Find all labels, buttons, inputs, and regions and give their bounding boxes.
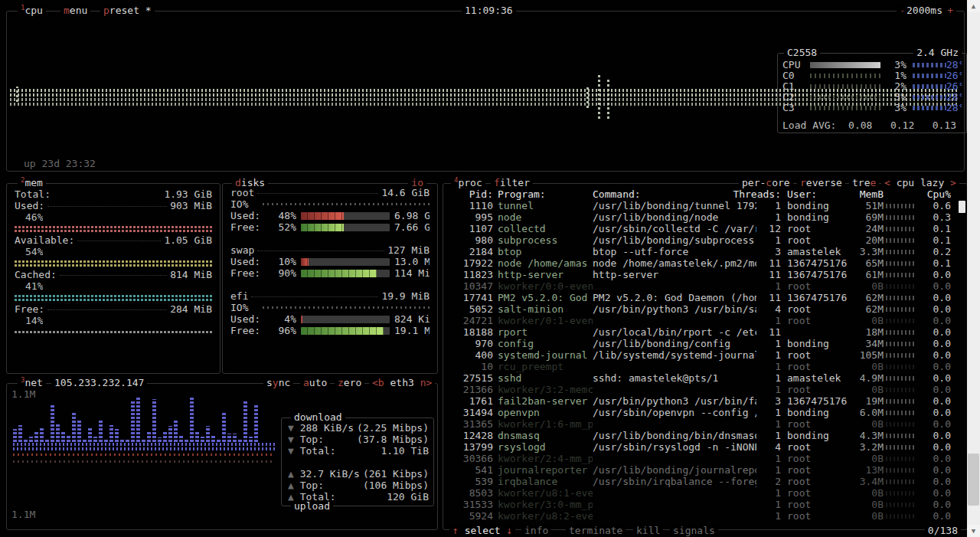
proc-row[interactable]: 1110tunnel/usr/lib/bonding/tunnel 17921b… bbox=[449, 200, 962, 211]
proc-row[interactable]: 1761fail2ban-server/usr/bin/python3 /usr… bbox=[449, 395, 962, 407]
mem-box-title[interactable]: 2mem bbox=[18, 177, 46, 188]
disk-usage-row: Free:96%19.1 MiB bbox=[230, 325, 430, 336]
proc-table[interactable]: 1110tunnel/usr/lib/bonding/tunnel 17921b… bbox=[449, 200, 962, 522]
mem-entry: Free:284 MiB bbox=[15, 303, 212, 315]
net-box: 3net 105.233.232.147 sync auto zero <b e… bbox=[6, 383, 438, 530]
disk-section-title: efi19.9 MiB bbox=[230, 290, 430, 302]
proc-footer-kill-button[interactable]: kill bbox=[633, 525, 663, 536]
proc-percore-button[interactable]: per-core bbox=[739, 177, 793, 188]
proc-row[interactable]: 24721kworker/0:1-even1root0B0.0 bbox=[449, 315, 962, 326]
uptime: up 23d 23:32 bbox=[24, 158, 96, 169]
proc-row[interactable]: 17741PM2 v5.2.0: GodPM2 v5.2.0: God Daem… bbox=[449, 292, 962, 303]
net-sync-button[interactable]: sync bbox=[263, 377, 293, 388]
proc-row[interactable]: 8503kworker/u8:1-eve1root0B0.0 bbox=[449, 487, 962, 499]
scrollbar-down-arrow-icon[interactable]: ▼ bbox=[967, 525, 980, 537]
proc-row[interactable]: 10347kworker/0:0-even1root0B0.0 bbox=[449, 280, 962, 292]
download-arrow-icon: ▼ bbox=[288, 422, 294, 434]
proc-row[interactable]: 541journalreporter/usr/lib/bonding/journ… bbox=[449, 464, 962, 476]
cpu-model: C2558 bbox=[784, 47, 820, 58]
proc-row[interactable]: 5052salt-minion/usr/bin/python3 /usr/bin… bbox=[449, 303, 962, 315]
proc-filter-button[interactable]: filter bbox=[491, 177, 533, 188]
disk-io-row: IO% bbox=[230, 302, 430, 313]
mem-entry-meter bbox=[15, 260, 212, 267]
window-scrollbar[interactable]: ▲ ▼ bbox=[967, 0, 980, 537]
net-ip-address: 105.233.232.147 bbox=[51, 377, 147, 388]
proc-row[interactable]: 11823http-serverhttp-server1113674751766… bbox=[449, 269, 962, 280]
proc-row[interactable]: 27515sshdsshd: amastelek@pts/11amastelek… bbox=[449, 372, 962, 384]
proc-row[interactable]: 12428dnsmasq/usr/lib/bonding/bin/dnsmasq… bbox=[449, 430, 962, 441]
proc-row[interactable]: 21366kworker/3:2-memc1root0B0.0 bbox=[449, 384, 962, 395]
proc-row[interactable]: 30366kworker/2:4-mm_p1root0B0.0 bbox=[449, 453, 962, 464]
disk-usage-row: Used:10%13.0 MiB bbox=[230, 256, 430, 267]
cpu-core-row: C25%28°C bbox=[782, 92, 962, 103]
mem-entry-meter bbox=[15, 329, 212, 333]
proc-row[interactable]: 980subprocess/usr/lib/bonding/subprocess… bbox=[449, 234, 962, 246]
upload-arrow-icon: ▲ bbox=[288, 491, 294, 503]
proc-tree-button[interactable]: tree bbox=[849, 177, 879, 188]
proc-row[interactable]: 970config/usr/lib/bonding/config1bonding… bbox=[449, 338, 962, 349]
disks-box: disks io root14.6 GiBIO%Used:48%6.98 GiB… bbox=[222, 183, 438, 374]
proc-sort-selector[interactable]: < cpu lazy > bbox=[881, 177, 959, 188]
cpu-frequency: 2.4 GHz bbox=[913, 47, 962, 58]
proc-footer-info-button[interactable]: info bbox=[521, 525, 551, 536]
net-upload-graph-baseline bbox=[13, 460, 273, 463]
proc-footer-signals-button[interactable]: signals bbox=[670, 525, 718, 536]
proc-row[interactable]: 5924kworker/u8:2-eve1root0B0.0 bbox=[449, 510, 962, 522]
cpu-core-rows: CPU3%28°CC01%26°CC12%26°CC25%28°CC33%28°… bbox=[782, 60, 962, 113]
proc-row[interactable]: 2184btopbtop --utf-force3amastelek3.3M0.… bbox=[449, 246, 962, 257]
preset-button[interactable]: preset * bbox=[100, 5, 155, 16]
mem-entry-percent: 41% bbox=[15, 280, 212, 292]
proc-box-title[interactable]: 4proc bbox=[451, 177, 485, 188]
upload-arrow-icon: ▲ bbox=[288, 468, 294, 480]
disk-io-row: IO% bbox=[230, 198, 430, 210]
proc-row[interactable]: 539irqbalance/usr/sbin/irqbalance --fore… bbox=[449, 476, 962, 487]
menu-button[interactable]: menu bbox=[60, 5, 90, 16]
disk-section-title: root14.6 GiB bbox=[230, 187, 430, 198]
mem-entry: Available:1.05 GiB bbox=[15, 234, 212, 246]
down-arrow-icon: ↓ bbox=[506, 525, 512, 536]
mem-entry-meter bbox=[15, 226, 212, 232]
proc-row[interactable]: 13799rsyslogd/usr/sbin/rsyslogd -n -iNON… bbox=[449, 441, 962, 453]
scrollbar-thumb[interactable] bbox=[968, 454, 979, 506]
proc-reverse-button[interactable]: reverse bbox=[797, 177, 845, 188]
net-interface-selector[interactable]: <b eth3 n> bbox=[369, 377, 435, 388]
net-zero-button[interactable]: zero bbox=[335, 377, 364, 388]
mem-entry: Used:903 MiB bbox=[15, 200, 212, 211]
proc-row[interactable]: 18188rport/usr/local/bin/rport -c /etc/1… bbox=[449, 326, 962, 338]
mem-entry: Cached:814 MiB bbox=[15, 269, 212, 280]
proc-row[interactable]: 400systemd-journal/lib/systemd/systemd-j… bbox=[449, 349, 962, 361]
cpu-core-row: C12%26°C bbox=[782, 81, 962, 92]
proc-row[interactable]: 995node/usr/lib/bonding/node1bonding69M0… bbox=[449, 211, 962, 223]
proc-row[interactable]: 10rcu_preempt1root0B0.0 bbox=[449, 361, 962, 372]
net-box-title[interactable]: 3net bbox=[18, 377, 46, 388]
net-download-graph-base bbox=[13, 442, 275, 450]
proc-row[interactable]: 1107collectd/usr/sbin/collectd -C /var/r… bbox=[449, 223, 962, 234]
net-stats-rows: ▼ 288 KiB/s(2.25 Mibps) ▼ Top:(37.8 Mibp… bbox=[288, 422, 429, 503]
proc-row[interactable]: 31533kworker/3:0-mm_p1root0B0.0 bbox=[449, 499, 962, 510]
download-arrow-icon: ▼ bbox=[288, 445, 294, 457]
interval-increase-button[interactable]: + bbox=[944, 5, 956, 16]
mem-entry: Total:1.93 GiB bbox=[15, 188, 212, 200]
proc-row[interactable]: 17922node /home/amasnode /home/amastelek… bbox=[449, 257, 962, 269]
net-upload-graph bbox=[13, 454, 273, 456]
proc-scrollbar-thumb[interactable] bbox=[959, 201, 965, 213]
proc-footer-select[interactable]: ↑ select ↓ bbox=[449, 525, 515, 536]
proc-table-header[interactable]: Pid: Program: Command: Threads: User: Me… bbox=[449, 188, 962, 200]
net-upload-scale: 1.1M bbox=[11, 509, 35, 520]
cpu-core-row: C01%26°C bbox=[782, 70, 962, 81]
clock: 11:09:36 bbox=[462, 5, 516, 16]
cpu-core-row: CPU3%28°C bbox=[782, 60, 962, 70]
scrollbar-up-arrow-icon[interactable]: ▲ bbox=[967, 0, 980, 12]
load-average: Load AVG: 0.08 0.12 0.13 bbox=[782, 120, 956, 131]
net-auto-button[interactable]: auto bbox=[300, 377, 330, 388]
disk-usage-row: Used:4%824 KiB bbox=[230, 313, 430, 325]
refresh-interval: 2000ms bbox=[903, 5, 946, 16]
proc-row[interactable]: 31365kworker/1:6-mm_p1root0B0.0 bbox=[449, 418, 962, 430]
proc-selection-position: 0/138 bbox=[925, 525, 961, 536]
cpu-box-title[interactable]: 1cpu bbox=[18, 5, 46, 16]
download-label: download bbox=[291, 411, 345, 423]
proc-footer-terminate-button[interactable]: terminate bbox=[566, 525, 626, 536]
mem-entry-percent: 54% bbox=[15, 246, 212, 257]
disk-usage-row: Free:52%7.66 GiB bbox=[230, 221, 430, 233]
proc-row[interactable]: 31494openvpn/usr/sbin/openvpn --config /… bbox=[449, 407, 962, 418]
